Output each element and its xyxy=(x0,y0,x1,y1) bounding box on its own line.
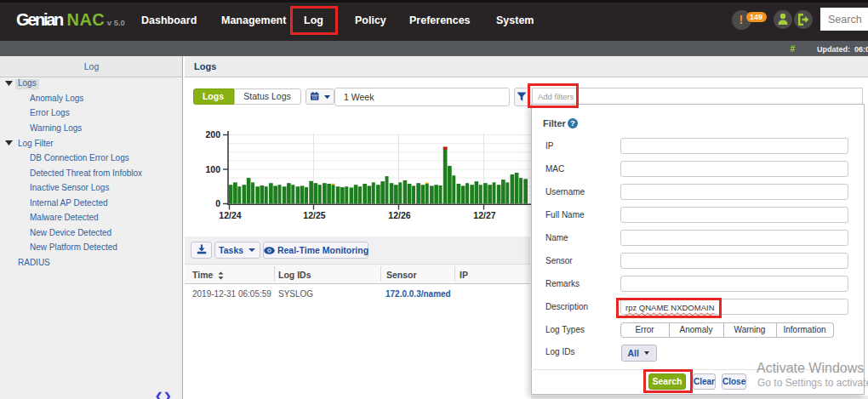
svg-text:12/25: 12/25 xyxy=(303,210,325,220)
svg-text:200: 200 xyxy=(205,129,220,140)
svg-text:12/27: 12/27 xyxy=(473,210,495,220)
svg-text:12/26: 12/26 xyxy=(388,210,410,220)
svg-text:0: 0 xyxy=(215,198,220,208)
svg-text:100: 100 xyxy=(205,164,220,174)
svg-text:12/24: 12/24 xyxy=(219,210,241,220)
